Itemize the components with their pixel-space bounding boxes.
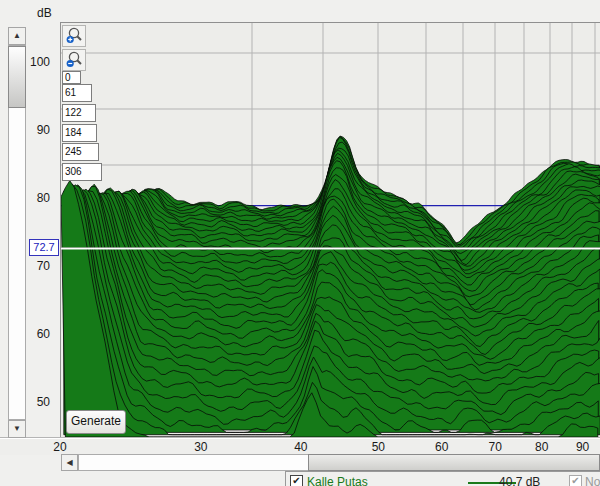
y-tick-label: 50 bbox=[37, 395, 50, 409]
y-tick-label: 70 bbox=[37, 259, 50, 273]
x-tick-label: 60 bbox=[435, 440, 448, 454]
vscroll-up-button[interactable]: ▲ bbox=[8, 27, 26, 45]
check-icon: ✔ bbox=[292, 475, 300, 486]
y-tick-label: 60 bbox=[37, 327, 50, 341]
arrow-left-icon: ◀ bbox=[62, 455, 77, 471]
zoom-out-button[interactable] bbox=[62, 49, 86, 71]
x-tick-label: 80 bbox=[535, 440, 548, 454]
legend-cursor-value: 40.7 dB bbox=[499, 475, 540, 486]
slice-time-field-2[interactable]: 122 bbox=[62, 104, 96, 122]
hscroll-thumb[interactable] bbox=[308, 454, 600, 471]
x-tick-label: 70 bbox=[489, 440, 502, 454]
vscroll-thumb[interactable] bbox=[8, 46, 26, 108]
slice-time-field-4[interactable]: 245 bbox=[62, 143, 99, 161]
legend-checkbox-measurement[interactable]: ✔ bbox=[290, 475, 303, 486]
x-tick-label: 30 bbox=[194, 440, 207, 454]
vscroll-down-button[interactable]: ▼ bbox=[8, 420, 26, 438]
check-icon: ✔ bbox=[571, 475, 579, 486]
x-axis: 2030405060708090 bbox=[0, 437, 600, 455]
legend-panel: ✔ Kalle Putas 40.7 dB ✔ No bbox=[285, 471, 600, 486]
x-tick-label: 40 bbox=[294, 440, 307, 454]
generate-button[interactable]: Generate bbox=[66, 410, 126, 434]
x-tick-label: 90 bbox=[576, 440, 589, 454]
waterfall-plot-canvas[interactable] bbox=[60, 22, 600, 438]
arrow-up-icon: ▲ bbox=[9, 28, 25, 44]
legend-item-2-label: No bbox=[585, 475, 600, 486]
x-tick-label: 20 bbox=[53, 440, 66, 454]
y-tick-label: 100 bbox=[30, 55, 50, 69]
arrow-down-icon: ▼ bbox=[9, 421, 25, 437]
zoom-out-icon bbox=[63, 50, 85, 70]
zoom-in-button[interactable] bbox=[62, 25, 86, 47]
cursor-level-readout[interactable]: 72.7 bbox=[29, 239, 59, 256]
y-tick-label: 80 bbox=[37, 191, 50, 205]
x-tick-label: 50 bbox=[372, 440, 385, 454]
y-tick-label: 90 bbox=[37, 123, 50, 137]
slice-time-field-1[interactable]: 61 bbox=[62, 84, 92, 102]
legend-measurement-name: Kalle Putas bbox=[307, 475, 368, 486]
waterfall-app-window: dB 1009080706050 2030405060708090 72.7 ▲… bbox=[0, 0, 600, 486]
slice-time-field-0[interactable]: 0 bbox=[62, 71, 81, 84]
slice-time-field-3[interactable]: 184 bbox=[62, 124, 97, 142]
zoom-in-icon bbox=[63, 26, 85, 46]
hscroll-left-button[interactable]: ◀ bbox=[61, 454, 78, 471]
legend-checkbox-2[interactable]: ✔ bbox=[569, 475, 582, 486]
slice-time-field-5[interactable]: 306 bbox=[62, 163, 102, 181]
